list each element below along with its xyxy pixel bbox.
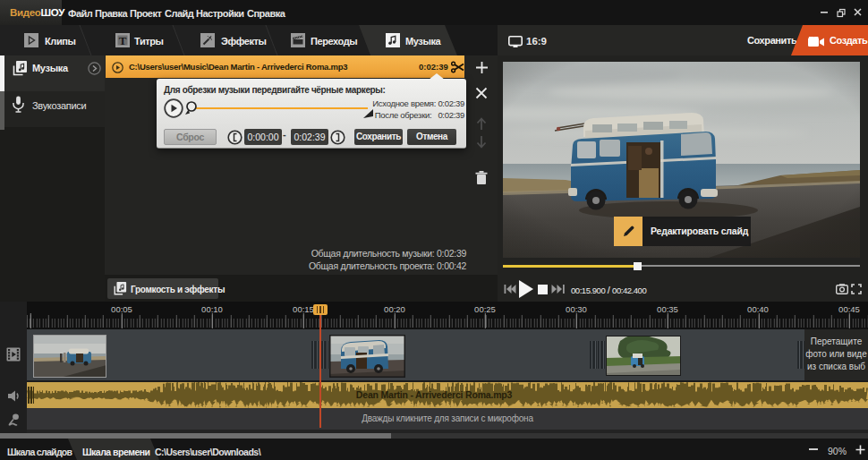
svg-text:T: T	[119, 34, 127, 47]
